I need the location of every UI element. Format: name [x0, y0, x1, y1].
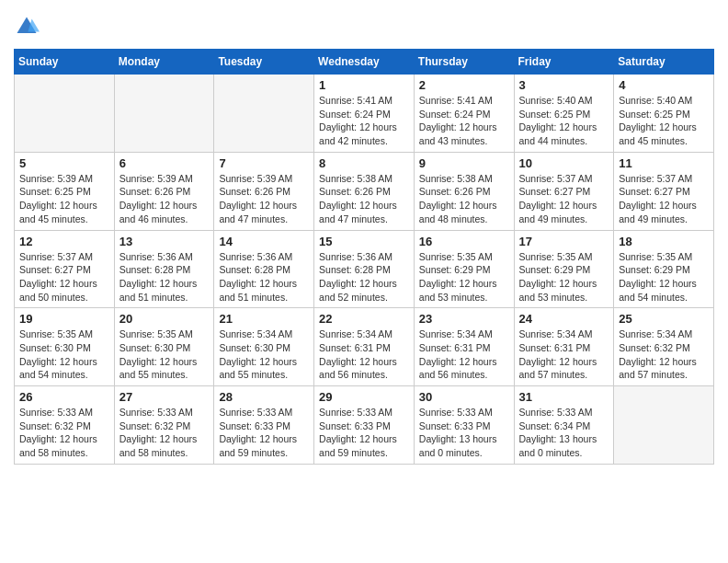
calendar-cell: 26Sunrise: 5:33 AMSunset: 6:32 PMDayligh… — [15, 386, 115, 465]
calendar-cell: 5Sunrise: 5:39 AMSunset: 6:25 PMDaylight… — [15, 152, 115, 230]
day-info: Sunrise: 5:38 AMSunset: 6:26 PMDaylight:… — [419, 172, 509, 226]
calendar-cell: 17Sunrise: 5:35 AMSunset: 6:29 PMDayligh… — [514, 230, 614, 308]
calendar-cell: 16Sunrise: 5:35 AMSunset: 6:29 PMDayligh… — [414, 230, 514, 308]
day-number: 29 — [319, 390, 409, 404]
day-number: 31 — [519, 390, 609, 404]
header — [14, 14, 714, 40]
day-info: Sunrise: 5:38 AMSunset: 6:26 PMDaylight:… — [319, 172, 409, 226]
day-number: 4 — [619, 78, 709, 92]
calendar-header-saturday: Saturday — [614, 50, 714, 75]
calendar-cell: 7Sunrise: 5:39 AMSunset: 6:26 PMDaylight… — [214, 152, 314, 230]
day-number: 23 — [419, 312, 509, 326]
calendar-cell: 9Sunrise: 5:38 AMSunset: 6:26 PMDaylight… — [414, 152, 514, 230]
day-number: 26 — [19, 390, 109, 404]
day-info: Sunrise: 5:34 AMSunset: 6:31 PMDaylight:… — [419, 327, 509, 382]
week-row-1: 1Sunrise: 5:41 AMSunset: 6:24 PMDaylight… — [15, 75, 714, 153]
calendar-cell: 23Sunrise: 5:34 AMSunset: 6:31 PMDayligh… — [414, 308, 514, 386]
calendar-cell: 10Sunrise: 5:37 AMSunset: 6:27 PMDayligh… — [514, 152, 614, 230]
calendar-header-friday: Friday — [514, 50, 614, 75]
calendar-cell: 8Sunrise: 5:38 AMSunset: 6:26 PMDaylight… — [314, 152, 415, 230]
day-number: 17 — [519, 235, 609, 248]
day-info: Sunrise: 5:33 AMSunset: 6:32 PMDaylight:… — [19, 406, 109, 460]
calendar-header-thursday: Thursday — [414, 50, 514, 75]
day-info: Sunrise: 5:33 AMSunset: 6:34 PMDaylight:… — [519, 406, 609, 460]
day-info: Sunrise: 5:33 AMSunset: 6:33 PMDaylight:… — [319, 406, 409, 460]
day-info: Sunrise: 5:34 AMSunset: 6:31 PMDaylight:… — [519, 327, 609, 382]
calendar-cell: 27Sunrise: 5:33 AMSunset: 6:32 PMDayligh… — [114, 386, 214, 465]
calendar-header-row: SundayMondayTuesdayWednesdayThursdayFrid… — [15, 50, 714, 75]
day-info: Sunrise: 5:40 AMSunset: 6:25 PMDaylight:… — [519, 94, 609, 148]
day-number: 21 — [219, 312, 309, 326]
day-info: Sunrise: 5:37 AMSunset: 6:27 PMDaylight:… — [619, 172, 709, 226]
calendar-cell — [214, 75, 314, 153]
calendar-cell — [614, 386, 714, 465]
week-row-3: 12Sunrise: 5:37 AMSunset: 6:27 PMDayligh… — [15, 230, 714, 308]
calendar-cell: 24Sunrise: 5:34 AMSunset: 6:31 PMDayligh… — [514, 308, 614, 386]
calendar-cell: 29Sunrise: 5:33 AMSunset: 6:33 PMDayligh… — [314, 386, 415, 465]
calendar-cell: 14Sunrise: 5:36 AMSunset: 6:28 PMDayligh… — [214, 230, 314, 308]
page: SundayMondayTuesdayWednesdayThursdayFrid… — [0, 0, 728, 474]
day-number: 5 — [19, 156, 109, 170]
day-info: Sunrise: 5:35 AMSunset: 6:29 PMDaylight:… — [619, 250, 709, 304]
day-info: Sunrise: 5:34 AMSunset: 6:31 PMDaylight:… — [319, 327, 409, 382]
day-number: 2 — [419, 78, 509, 92]
day-info: Sunrise: 5:36 AMSunset: 6:28 PMDaylight:… — [219, 250, 309, 304]
day-number: 6 — [119, 156, 210, 170]
day-number: 14 — [219, 235, 309, 248]
calendar-cell: 21Sunrise: 5:34 AMSunset: 6:30 PMDayligh… — [214, 308, 314, 386]
calendar-cell: 2Sunrise: 5:41 AMSunset: 6:24 PMDaylight… — [414, 75, 514, 153]
day-info: Sunrise: 5:40 AMSunset: 6:25 PMDaylight:… — [619, 94, 709, 148]
calendar-cell — [114, 75, 214, 153]
day-number: 30 — [419, 390, 509, 404]
day-info: Sunrise: 5:36 AMSunset: 6:28 PMDaylight:… — [319, 250, 409, 304]
calendar-cell: 31Sunrise: 5:33 AMSunset: 6:34 PMDayligh… — [514, 386, 614, 465]
day-number: 18 — [619, 235, 709, 248]
calendar-cell: 28Sunrise: 5:33 AMSunset: 6:33 PMDayligh… — [214, 386, 314, 465]
calendar-cell: 20Sunrise: 5:35 AMSunset: 6:30 PMDayligh… — [114, 308, 214, 386]
day-number: 16 — [419, 235, 509, 248]
day-number: 7 — [219, 156, 309, 170]
day-info: Sunrise: 5:33 AMSunset: 6:33 PMDaylight:… — [219, 406, 309, 460]
calendar-header-monday: Monday — [114, 50, 214, 75]
day-number: 1 — [319, 78, 409, 92]
day-info: Sunrise: 5:33 AMSunset: 6:33 PMDaylight:… — [419, 406, 509, 460]
day-number: 13 — [119, 235, 210, 248]
calendar-cell: 4Sunrise: 5:40 AMSunset: 6:25 PMDaylight… — [614, 75, 714, 153]
day-number: 9 — [419, 156, 509, 170]
day-number: 22 — [319, 312, 409, 326]
day-info: Sunrise: 5:35 AMSunset: 6:30 PMDaylight:… — [119, 327, 210, 382]
day-info: Sunrise: 5:41 AMSunset: 6:24 PMDaylight:… — [419, 94, 509, 148]
logo-icon — [14, 14, 40, 40]
day-info: Sunrise: 5:35 AMSunset: 6:29 PMDaylight:… — [519, 250, 609, 304]
week-row-2: 5Sunrise: 5:39 AMSunset: 6:25 PMDaylight… — [15, 152, 714, 230]
day-number: 19 — [19, 312, 109, 326]
calendar-cell: 18Sunrise: 5:35 AMSunset: 6:29 PMDayligh… — [614, 230, 714, 308]
day-info: Sunrise: 5:35 AMSunset: 6:29 PMDaylight:… — [419, 250, 509, 304]
day-number: 24 — [519, 312, 609, 326]
calendar-cell: 13Sunrise: 5:36 AMSunset: 6:28 PMDayligh… — [114, 230, 214, 308]
day-number: 27 — [119, 390, 210, 404]
calendar-cell: 30Sunrise: 5:33 AMSunset: 6:33 PMDayligh… — [414, 386, 514, 465]
day-number: 25 — [619, 312, 709, 326]
day-info: Sunrise: 5:41 AMSunset: 6:24 PMDaylight:… — [319, 94, 409, 148]
calendar-cell: 1Sunrise: 5:41 AMSunset: 6:24 PMDaylight… — [314, 75, 415, 153]
calendar: SundayMondayTuesdayWednesdayThursdayFrid… — [14, 49, 714, 465]
calendar-cell: 6Sunrise: 5:39 AMSunset: 6:26 PMDaylight… — [114, 152, 214, 230]
calendar-cell: 25Sunrise: 5:34 AMSunset: 6:32 PMDayligh… — [614, 308, 714, 386]
calendar-cell: 11Sunrise: 5:37 AMSunset: 6:27 PMDayligh… — [614, 152, 714, 230]
day-number: 11 — [619, 156, 709, 170]
day-number: 10 — [519, 156, 609, 170]
calendar-cell: 19Sunrise: 5:35 AMSunset: 6:30 PMDayligh… — [15, 308, 115, 386]
logo — [14, 14, 43, 40]
day-number: 3 — [519, 78, 609, 92]
calendar-cell: 22Sunrise: 5:34 AMSunset: 6:31 PMDayligh… — [314, 308, 415, 386]
day-number: 28 — [219, 390, 309, 404]
calendar-cell — [15, 75, 115, 153]
week-row-5: 26Sunrise: 5:33 AMSunset: 6:32 PMDayligh… — [15, 386, 714, 465]
day-info: Sunrise: 5:34 AMSunset: 6:32 PMDaylight:… — [619, 327, 709, 382]
day-number: 8 — [319, 156, 409, 170]
day-info: Sunrise: 5:39 AMSunset: 6:26 PMDaylight:… — [219, 172, 309, 226]
calendar-header-sunday: Sunday — [15, 50, 115, 75]
day-number: 15 — [319, 235, 409, 248]
day-info: Sunrise: 5:33 AMSunset: 6:32 PMDaylight:… — [119, 406, 210, 460]
